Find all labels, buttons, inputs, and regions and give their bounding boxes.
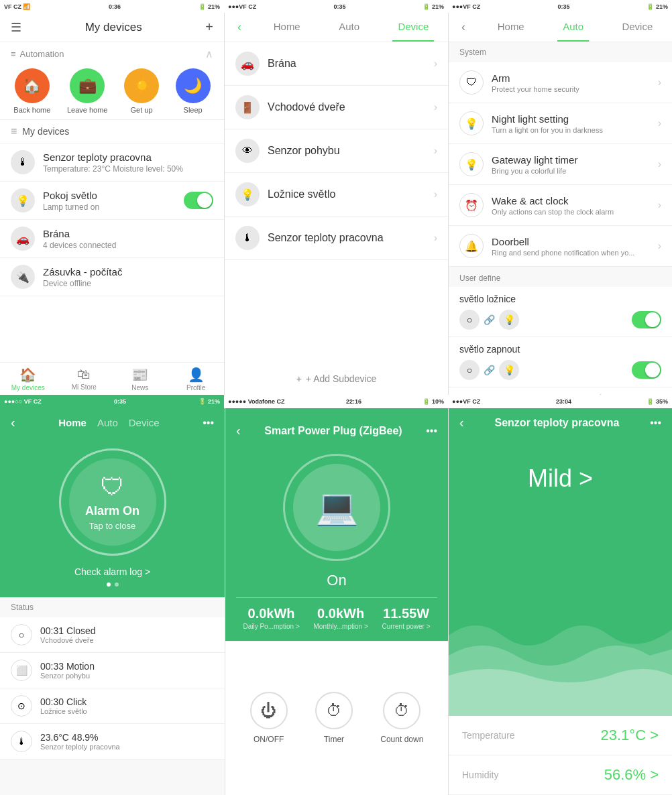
- night-light-chevron: ›: [658, 117, 661, 129]
- sensor-readings: Temperature 23.1°C > Humidity 56.6% >: [449, 716, 672, 795]
- chevron-icon-4: ›: [434, 188, 437, 200]
- device-item-gate[interactable]: 🚗 Brána 4 devices connected: [0, 220, 224, 258]
- countdown-icon: ⏱: [383, 692, 421, 729]
- status-bar-panel1: VF CZ 📶 0:36 🔋 21%: [0, 0, 224, 13]
- temperature-reading[interactable]: Temperature 23.1°C >: [449, 716, 672, 755]
- device-item-light[interactable]: 💡 Pokoj světlo Lamp turned on: [0, 182, 224, 220]
- timer-button[interactable]: ⏱ Timer: [315, 692, 353, 744]
- back-home-button[interactable]: 🏠 Back home: [13, 68, 50, 114]
- hamburger-icon[interactable]: ☰: [11, 20, 21, 35]
- smart-plug-panel: ‹ Smart Power Plug (ZigBee) ••• 💻 On 0.0…: [225, 408, 449, 795]
- countdown-button[interactable]: ⏱ Count down: [380, 692, 423, 744]
- daily-consumption[interactable]: 0.0kWh Daily Po...mption >: [243, 606, 299, 630]
- back-home-icon: 🏠: [23, 77, 41, 95]
- bp3-menu-icon[interactable]: •••: [650, 417, 661, 429]
- add-device-icon[interactable]: +: [205, 19, 213, 35]
- onoff-icon: ⏻: [250, 692, 288, 729]
- bp3-back-icon[interactable]: ‹: [459, 415, 464, 430]
- p3-tab-auto[interactable]: Auto: [557, 13, 589, 42]
- panel2-device-list: 🚗 Brána › 🚪 Vchodové dveře › 👁 Senzor po…: [225, 42, 448, 363]
- auto-item-doorbell[interactable]: 🔔 Doorbell Ring and send phone notificat…: [449, 226, 672, 267]
- bp1-tab-home[interactable]: Home: [58, 417, 87, 428]
- wake-clock-chevron: ›: [658, 199, 661, 211]
- leave-home-icon: 💼: [78, 77, 97, 95]
- get-up-button[interactable]: ☀️ Get up: [124, 68, 159, 114]
- user-define-label: User define: [449, 267, 672, 287]
- bp1-tab-bar: ‹ Home Auto Device •••: [11, 408, 214, 438]
- p3-tab-home[interactable]: Home: [492, 13, 530, 42]
- my-devices-panel: ☰ My devices + ≡ Automation ∧ 🏠 Back hom…: [0, 13, 225, 395]
- nav-news[interactable]: 📰 News: [112, 363, 168, 395]
- light-toggle[interactable]: [184, 192, 213, 209]
- automation-collapse-icon[interactable]: ∧: [205, 48, 213, 60]
- user-define-svetlo-zapnout: světlo zapnout ○ 🔗 💡: [449, 337, 672, 387]
- nav-mi-store[interactable]: 🛍 Mi Store: [56, 363, 113, 395]
- svetlo-zapnout-toggle[interactable]: [632, 361, 661, 379]
- mild-label[interactable]: Mild >: [528, 465, 593, 493]
- back-button[interactable]: ‹: [225, 13, 254, 42]
- monthly-consumption[interactable]: 0.0kWh Monthly...mption >: [313, 606, 368, 630]
- temp-status-icon: 🌡: [11, 731, 32, 752]
- nav-my-devices[interactable]: 🏠 My devices: [0, 363, 56, 395]
- list-item-vchodove[interactable]: 🚪 Vchodové dveře ›: [225, 86, 448, 129]
- bp1-battery: 🔋 21%: [199, 398, 220, 405]
- automation-icons: 🏠 Back home 💼 Leave home ☀️ Get up: [11, 68, 213, 114]
- auto-item-night-light[interactable]: 💡 Night light setting Turn a light on fo…: [449, 103, 672, 144]
- sensor-icon: 🌡: [11, 150, 35, 174]
- leave-home-button[interactable]: 💼 Leave home: [67, 68, 108, 114]
- user-define-svetlo-loznice: světlo ložnice ○ 🔗 💡: [449, 287, 672, 337]
- plug-menu-icon[interactable]: •••: [426, 425, 437, 437]
- status-bar-panel3: ●●●VF CZ 0:35 🔋 21%: [448, 0, 672, 13]
- alarm-circle[interactable]: 🛡 Alarm On Tap to close: [59, 448, 166, 556]
- carousel-dots: [107, 583, 119, 587]
- doorbell-chevron: ›: [658, 240, 661, 252]
- check-alarm-link[interactable]: Check alarm log >: [74, 566, 150, 577]
- bp1-back-icon[interactable]: ‹: [11, 415, 15, 430]
- chevron-icon-3: ›: [434, 145, 437, 157]
- status-item-click: ⊙ 00:30 Click Ložnice světlo: [0, 688, 225, 724]
- list-item-senzor-pohybu[interactable]: 👁 Senzor pohybu ›: [225, 129, 448, 173]
- tab-auto[interactable]: Auto: [333, 13, 365, 42]
- auto-item-arm[interactable]: 🛡 Arm Protect your home security ›: [449, 62, 672, 103]
- list-item-brana[interactable]: 🚗 Brána ›: [225, 42, 448, 86]
- humidity-reading[interactable]: Humidity 56.6% >: [449, 755, 672, 795]
- bp3-header: ‹ Senzor teploty pracovna •••: [449, 408, 672, 438]
- tab-device[interactable]: Device: [392, 13, 434, 42]
- p3-tab-device[interactable]: Device: [616, 13, 658, 42]
- bp2-battery: 🔋 10%: [423, 398, 444, 405]
- bp1-tab-device[interactable]: Device: [129, 417, 160, 428]
- device-list-panel: ‹ Home Auto Device 🚗 Brána › 🚪 Vchodové …: [225, 13, 449, 395]
- bp1-carrier: ●●●○○ VF CZ: [4, 398, 42, 405]
- bp3-carrier: ●●●VF CZ: [452, 398, 480, 405]
- auto-item-gateway-timer[interactable]: 💡 Gateway light timer Bring you a colorf…: [449, 144, 672, 185]
- ud-trigger-icon-2: ○: [459, 360, 480, 380]
- plug-icon: 🔌: [11, 265, 35, 289]
- auto-item-wake-clock[interactable]: ⏰ Wake & act clock Only actions can stop…: [449, 185, 672, 226]
- system-label: System: [449, 42, 672, 62]
- panel3-back-button[interactable]: ‹: [449, 13, 478, 42]
- svetlo-loznice-toggle[interactable]: [632, 311, 661, 328]
- plug-back-icon[interactable]: ‹: [236, 423, 241, 438]
- onoff-button[interactable]: ⏻ ON/OFF: [250, 692, 288, 744]
- add-subdevice-button[interactable]: + + Add Subdevice: [225, 363, 448, 395]
- ud-action-icon-2: 💡: [499, 360, 519, 380]
- bp1-tab-auto[interactable]: Auto: [97, 417, 118, 428]
- battery-1: 🔋 21%: [199, 3, 220, 10]
- device-item-sensor[interactable]: 🌡 Senzor teploty pracovna Temperature: 2…: [0, 143, 224, 182]
- bp2-carrier: ●●●●● Vodafone CZ: [228, 398, 285, 405]
- motion-icon: ⬜: [11, 660, 32, 681]
- light-icon: 💡: [11, 188, 35, 212]
- tab-home[interactable]: Home: [268, 13, 306, 42]
- current-power[interactable]: 11.55W Current power >: [382, 606, 431, 630]
- nav-profile[interactable]: 👤 Profile: [168, 363, 225, 395]
- bp1-menu-icon[interactable]: •••: [203, 417, 214, 429]
- list-item-senzor-teploty[interactable]: 🌡 Senzor teploty pracovna ›: [225, 217, 448, 260]
- gateway-timer-icon: 💡: [459, 152, 484, 176]
- plug-status: On: [327, 572, 346, 589]
- auto-panel: ‹ Home Auto Device System 🛡 Arm Protect …: [449, 13, 672, 395]
- list-item-loznice[interactable]: 💡 Ložnice světlo ›: [225, 173, 448, 217]
- status-bar-bp2: ●●●●● Vodafone CZ 22:16 🔋 10%: [224, 395, 448, 408]
- device-item-plug[interactable]: 🔌 Zásuvka - počítač Device offline: [0, 258, 224, 296]
- chevron-icon: ›: [434, 58, 437, 70]
- sleep-button[interactable]: 🌙 Sleep: [176, 68, 211, 114]
